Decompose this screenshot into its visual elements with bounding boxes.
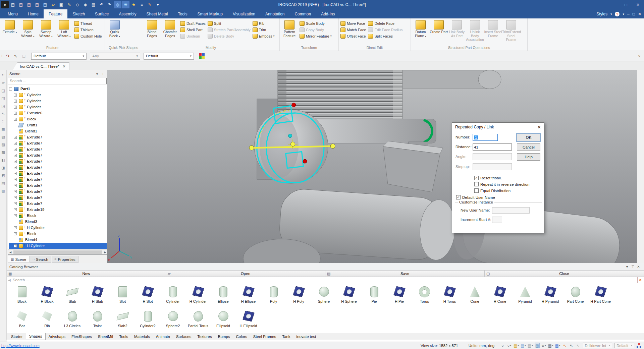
catalog-tab-surfaces[interactable]: Surfaces — [173, 333, 194, 340]
add-shape-icon[interactable]: ▦▾ — [514, 343, 519, 348]
properties-list-icon[interactable]: ≡ — [138, 1, 146, 8]
viewport-3d[interactable]: z x y — [107, 70, 637, 263]
ribbon-tab-sketch[interactable]: Sketch — [67, 9, 90, 18]
catalog-new-button[interactable]: ▦New — [7, 271, 166, 277]
move-face-button[interactable]: Move Face — [340, 20, 366, 26]
panel-collapse-icon[interactable]: ▾ — [94, 72, 100, 76]
catalog-tab-materials[interactable]: Materials — [131, 333, 153, 340]
drag-dots-icon[interactable]: ∷ — [1, 73, 6, 77]
catalog-item-bar[interactable]: Bar — [9, 309, 35, 332]
tree-item-draft1[interactable]: Draft1 — [9, 122, 107, 128]
collapse-expander-icon[interactable]: − — [9, 88, 12, 91]
catalog-tab-tank[interactable]: Tank — [279, 333, 293, 340]
insert-part-icon[interactable]: ◆ — [82, 1, 89, 8]
thicken-button[interactable]: Thicken — [74, 26, 102, 33]
tree-item-h-cylinder[interactable]: +H Cylinder — [9, 243, 107, 249]
catalog-item-h-sphere[interactable]: H Sphere — [336, 285, 362, 307]
reposition-icon[interactable]: ↷ — [4, 52, 12, 60]
tree-item-cylinder[interactable]: +Cylinder — [9, 104, 107, 110]
undo-icon[interactable]: ↶ — [98, 1, 105, 8]
datum-plane-button[interactable]: Datum Plane▾ — [412, 19, 430, 38]
tree-item-extrude7[interactable]: +Extrude7 — [9, 200, 107, 207]
tree-item-cylinder[interactable]: +Cylinder — [9, 98, 107, 104]
loft-wizard-button[interactable]: Loft Wizard▾ — [55, 19, 73, 38]
tree-item-blend1[interactable]: Blend1 — [9, 128, 107, 134]
catalog-search-input[interactable]: Search ... — [13, 278, 29, 282]
close-button[interactable]: ✕ — [632, 0, 644, 9]
expand-expander-icon[interactable]: + — [14, 214, 17, 217]
catalog-box-icon[interactable]: ★ — [130, 1, 138, 8]
ribbon-tab-smart-markup[interactable]: Smart Markup — [193, 9, 228, 18]
smart-dimension-icon[interactable]: ✳ — [122, 1, 129, 8]
tree-item-extrude7[interactable]: +Extrude7 — [9, 176, 107, 182]
styles-chevron-icon[interactable]: ▾ — [610, 12, 612, 16]
blend-edges-button[interactable]: Blend Edges — [143, 19, 161, 38]
equal-distribution-checkbox[interactable]: Equal Distribution — [474, 188, 511, 193]
catalog-item-cylinder2[interactable]: Cylinder2 — [135, 309, 160, 332]
expand-expander-icon[interactable]: + — [14, 154, 17, 157]
ribbon-tab-home[interactable]: Home — [23, 9, 44, 18]
expand-expander-icon[interactable]: + — [14, 112, 17, 115]
save-icon[interactable]: ▣ — [57, 1, 65, 8]
tree-item-extrude7[interactable]: +Extrude7 — [9, 188, 107, 194]
render-view-icon[interactable]: ▤ — [1, 181, 6, 185]
redo-icon[interactable]: ↷ — [106, 1, 113, 8]
catalog-tab-bumps[interactable]: Bumps — [215, 333, 233, 340]
catalog-item-h-ellipse[interactable]: H Ellipse — [236, 285, 261, 307]
mirror-feature-button[interactable]: Mirror Feature▾ — [300, 33, 332, 39]
catalog-back-icon[interactable]: ◀ — [8, 278, 11, 282]
qat-more-icon[interactable]: ▾ — [154, 1, 162, 8]
doc-minimize-button[interactable]: – — [627, 12, 630, 16]
boolean-union-icon[interactable]: ◱ — [1, 88, 6, 93]
copy-icon[interactable]: ▦ — [90, 1, 97, 8]
number-input[interactable]: 1 — [473, 134, 498, 141]
render-brush-icon[interactable]: ✎ — [146, 1, 154, 8]
ribbon-tab-common[interactable]: Common — [289, 9, 316, 18]
tree-item-block[interactable]: +Block — [9, 213, 107, 219]
ribbon-tab-sheet-metal[interactable]: Sheet Metal — [141, 9, 173, 18]
ribbon-tab-visualization[interactable]: Visualization — [228, 9, 260, 18]
tree-item-block[interactable]: +Block — [9, 231, 107, 237]
tree-item-h-cylinder[interactable]: +H Cylinder — [9, 225, 107, 231]
catalog-item-slab2[interactable]: Slab2 — [110, 309, 135, 332]
catalog-item-slot[interactable]: Slot — [110, 285, 135, 307]
sweep-wizard-button[interactable]: Sweep Wizard▾ — [37, 19, 55, 38]
custom-hole-button[interactable]: Custom Hole — [74, 33, 102, 39]
expand-expander-icon[interactable]: + — [14, 178, 17, 181]
offset-face-button[interactable]: Offset Face — [340, 33, 366, 39]
tree-item-extrude7[interactable]: +Extrude7 — [9, 182, 107, 188]
cursor-orange-icon[interactable]: ↖ — [562, 343, 567, 348]
tree-item-extrude6[interactable]: +Extrude6 — [9, 110, 107, 116]
catalog-item-h-cylinder[interactable]: H Cylinder — [185, 285, 211, 307]
draft-faces-button[interactable]: Draft Faces — [180, 20, 206, 26]
chamfer-edges-button[interactable]: Chamfer Edges — [161, 19, 179, 38]
cursor-page-icon[interactable]: ↖ — [576, 343, 581, 348]
thread-button[interactable]: Thread — [74, 20, 102, 26]
hidden-line-view-icon[interactable]: ▨ — [1, 142, 6, 147]
restore-button[interactable]: □ — [620, 0, 632, 9]
default-user-name-checkbox[interactable]: ✓Default User Name — [456, 195, 495, 199]
catalog-tab-inovate-test[interactable]: inovate test — [293, 333, 319, 340]
match-face-button[interactable]: Match Face — [340, 26, 366, 33]
catalog-tab-starter[interactable]: Starter — [8, 333, 26, 340]
catalog-tab-sheetmtl[interactable]: SheetMtl — [95, 333, 116, 340]
catalog-item-h-torus[interactable]: H Torus — [437, 285, 462, 307]
boolean-intersect-icon[interactable]: ◳ — [1, 104, 6, 108]
preview-icon[interactable]: ▤ — [41, 1, 49, 8]
catalog-item-h-pie[interactable]: H Pie — [387, 285, 412, 307]
expand-expander-icon[interactable]: + — [14, 136, 17, 139]
tree-item-part1[interactable]: −Part1 — [9, 86, 107, 92]
styles-button[interactable]: Styles — [596, 12, 607, 16]
tree-item-blend3[interactable]: Blend3 — [9, 219, 107, 225]
catalog-item-h-ellipsoid[interactable]: H Ellipsoid — [236, 309, 261, 332]
edit-sheet-icon[interactable]: ✎ — [65, 1, 73, 8]
catalog-tab-textures[interactable]: Textures — [194, 333, 215, 340]
catalog-tab-shapes[interactable]: Shapes — [26, 333, 46, 340]
selection-filter-dropdown[interactable]: Default▾ — [31, 53, 87, 60]
section-view-icon[interactable]: ◧ — [1, 158, 6, 162]
transparent-view-icon[interactable]: ▩ — [1, 150, 6, 155]
emboss-button[interactable]: Emboss▾ — [253, 33, 275, 39]
dialog-close-icon[interactable]: ✕ — [537, 125, 541, 130]
shaded-mode-icon[interactable]: ▦ — [535, 343, 540, 348]
boolean-subtract-icon[interactable]: ◲ — [1, 96, 6, 101]
